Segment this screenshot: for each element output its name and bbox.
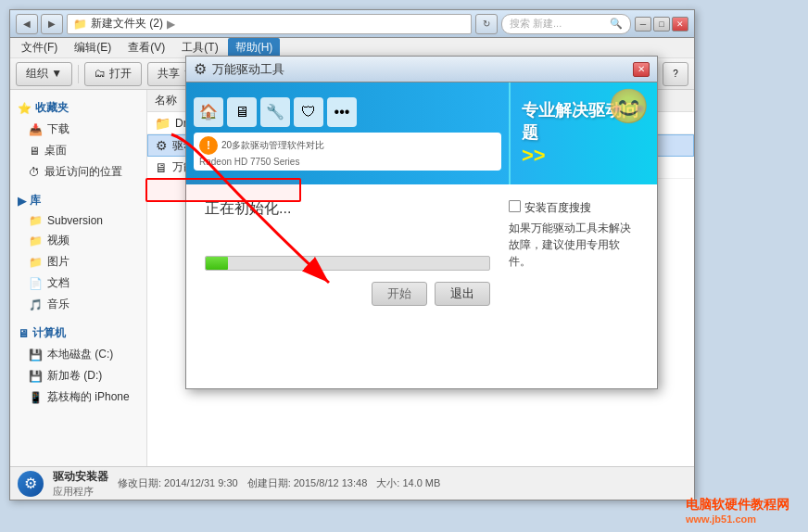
menu-edit[interactable]: 编辑(E) [67, 38, 119, 57]
status-bar: ⚙ 驱动安装器 应用程序 修改日期: 2014/12/31 9:30 创建日期:… [10, 466, 694, 500]
sidebar-item-iphone[interactable]: 📱 荔枝梅的 iPhone [10, 386, 146, 408]
minimize-button[interactable]: ─ [635, 17, 651, 32]
menu-tools[interactable]: 工具(T) [174, 38, 225, 57]
address-bar[interactable]: 📁 新建文件夹 (2) ▶ [67, 14, 472, 34]
item-label: 下载 [47, 121, 69, 137]
phone-icon: 📱 [29, 391, 43, 404]
baidu-checkbox[interactable] [509, 200, 521, 212]
organize-button[interactable]: 组织 ▼ [16, 62, 72, 86]
item-label: 新加卷 (D:) [47, 368, 102, 384]
sidebar-item-desktop[interactable]: 🖥 桌面 [10, 140, 146, 161]
item-label: 最近访问的位置 [44, 164, 122, 180]
sidebar-item-video[interactable]: 📁 视频 [10, 230, 146, 251]
start-button[interactable]: 开始 [372, 282, 427, 306]
sidebar-item-recent[interactable]: ⏱ 最近访问的位置 [10, 161, 146, 183]
library-section: ▶ 库 📁 Subversion 📁 视频 📁 图片 📄 文档 [10, 190, 146, 315]
maximize-button[interactable]: □ [653, 17, 670, 32]
checkbox-label: 安装百度搜搜 [524, 199, 591, 216]
banner-icons-row: 🏠 🖥 🔧 🛡 ••• [194, 97, 501, 127]
music-icon: 🎵 [29, 298, 43, 311]
dialog-title-text: 万能驱动工具 [212, 61, 284, 78]
address-text: 新建文件夹 (2) [91, 16, 163, 32]
refresh-button[interactable]: ↻ [475, 14, 498, 34]
search-bar[interactable]: 搜索 新建... 🔍 [501, 14, 631, 34]
app-icon: 🖥 [155, 160, 168, 175]
back-button[interactable]: ◀ [16, 14, 38, 34]
folder-icon: 📁 [29, 214, 43, 227]
sidebar: ⭐ 收藏夹 📥 下载 🖥 桌面 ⏱ 最近访问的位置 ▶ [10, 90, 147, 466]
driver-tool-dialog: ⚙ 万能驱动工具 ✕ 🏠 🖥 🔧 🛡 ••• ! 20多款驱动管理软件对比 [185, 56, 658, 389]
title-bar: ◀ ▶ 📁 新建文件夹 (2) ▶ ↻ 搜索 新建... 🔍 ─ □ ✕ [10, 10, 694, 38]
banner-icon-shield: 🛡 [294, 97, 323, 127]
banner-mascot: 😊 [608, 87, 650, 126]
item-label: 视频 [47, 233, 69, 248]
sidebar-item-docs[interactable]: 📄 文档 [10, 272, 146, 294]
watermark: 电脑软硬件教程网 www.jb51.com [686, 497, 789, 525]
computer-header[interactable]: 🖥 计算机 [10, 323, 146, 344]
status-size: 大小: 14.0 MB [376, 476, 440, 490]
close-button[interactable]: ✕ [672, 17, 688, 32]
computer-section: 🖥 计算机 💾 本地磁盘 (C:) 💾 新加卷 (D:) 📱 荔枝梅的 iPho… [10, 323, 146, 408]
nav-controls: ◀ ▶ [16, 14, 63, 34]
separator-1 [78, 65, 79, 83]
open-button[interactable]: 🗂 打开 [84, 62, 141, 86]
banner-subtitle: ! 20多款驱动管理软件对比 Radeon HD 7750 Series [194, 133, 501, 171]
banner-arrow-text: >> [522, 144, 546, 168]
app-status-icon: ⚙ [18, 471, 44, 497]
dialog-title-content: ⚙ 万能驱动工具 [194, 60, 284, 78]
chevron-icon: ▶ [18, 195, 26, 208]
favorites-label: 收藏夹 [35, 100, 69, 116]
dialog-banner: 🏠 🖥 🔧 🛡 ••• ! 20多款驱动管理软件对比 Radeon HD 775… [186, 82, 657, 184]
favorites-header[interactable]: ⭐ 收藏夹 [10, 97, 146, 119]
progress-container: 开始 退出 [205, 256, 490, 306]
menu-view[interactable]: 查看(V) [120, 38, 172, 57]
computer-icon: 🖥 [18, 327, 29, 340]
drive-icon: 💾 [29, 370, 43, 383]
sidebar-item-pictures[interactable]: 📁 图片 [10, 251, 146, 272]
sidebar-description: 如果万能驱动工具未解决故障，建议使用专用软件。 [509, 220, 638, 270]
watermark-line1: 电脑软硬件教程网 [686, 497, 789, 513]
sidebar-item-subversion[interactable]: 📁 Subversion [10, 211, 146, 230]
sidebar-item-music[interactable]: 🎵 音乐 [10, 294, 146, 315]
sidebar-item-download[interactable]: 📥 下载 [10, 119, 146, 140]
watermark-line2: www.jb51.com [686, 513, 789, 525]
library-header[interactable]: ▶ 库 [10, 190, 146, 211]
banner-icon-tools: 🔧 [260, 97, 290, 127]
progress-track [205, 256, 490, 271]
banner-icon-more: ••• [327, 97, 357, 127]
banner-icon-home: 🏠 [194, 97, 223, 127]
address-icon: 📁 [73, 18, 87, 31]
banner-subtitle-text: 20多款驱动管理软件对比 [221, 139, 324, 152]
search-icon: 🔍 [610, 18, 623, 30]
window-controls: ─ □ ✕ [635, 17, 688, 32]
menu-file[interactable]: 文件(F) [14, 38, 65, 57]
status-app-name: 驱动安装器 [53, 469, 108, 485]
dialog-title-bar: ⚙ 万能驱动工具 ✕ [186, 57, 657, 82]
sidebar-item-c-drive[interactable]: 💾 本地磁盘 (C:) [10, 344, 146, 365]
dialog-buttons: 开始 退出 [205, 282, 490, 306]
item-label: Subversion [47, 214, 103, 227]
dialog-main-content: 正在初始化... 开始 退出 [205, 199, 490, 306]
banner-content: 🏠 🖥 🔧 🛡 ••• ! 20多款驱动管理软件对比 Radeon HD 775… [186, 82, 657, 184]
help-button[interactable]: ? [663, 62, 688, 86]
banner-model-text: Radeon HD 7750 Series [199, 157, 496, 167]
item-label: 荔枝梅的 iPhone [47, 389, 130, 405]
library-label: 库 [30, 193, 41, 209]
item-label: 桌面 [44, 143, 67, 158]
status-create-date: 创建日期: 2015/8/12 13:48 [247, 476, 368, 490]
checkbox-row: 安装百度搜搜 [509, 199, 638, 216]
dialog-body: 正在初始化... 开始 退出 安装百度搜搜 如果万能驱动工具未解决故障，建议使用… [186, 184, 657, 321]
forward-button[interactable]: ▶ [41, 14, 63, 34]
warning-icon: ! [199, 136, 218, 155]
exit-button[interactable]: 退出 [435, 282, 490, 306]
sidebar-item-d-drive[interactable]: 💾 新加卷 (D:) [10, 365, 146, 386]
favorites-section: ⭐ 收藏夹 📥 下载 🖥 桌面 ⏱ 最近访问的位置 [10, 97, 146, 183]
menu-help[interactable]: 帮助(H) [228, 38, 281, 57]
folder-icon: 🖥 [29, 145, 40, 158]
star-icon: ⭐ [18, 102, 32, 115]
status-modify-date: 修改日期: 2014/12/31 9:30 [118, 476, 238, 490]
dialog-close-button[interactable]: ✕ [633, 62, 650, 77]
progress-fill [206, 257, 228, 270]
gear-icon: ⚙ [24, 475, 37, 492]
banner-left: 🏠 🖥 🔧 🛡 ••• ! 20多款驱动管理软件对比 Radeon HD 775… [186, 82, 509, 184]
